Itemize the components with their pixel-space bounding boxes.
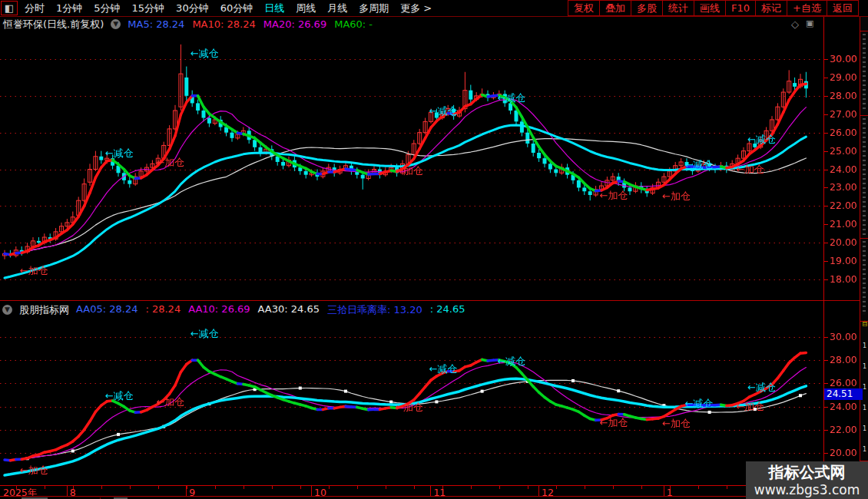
price-label: 30.00: [830, 53, 862, 64]
toolbar-button-复权[interactable]: 复权: [568, 1, 599, 15]
ma-value: MA10: 28.24: [192, 18, 255, 30]
price-label: 29.00: [830, 71, 862, 83]
panel-separator: [0, 300, 860, 301]
sidebar-digit: 1: [863, 343, 866, 349]
menu-item-月线[interactable]: 月线: [327, 2, 347, 15]
sidebar-flag-glyph: 自: [862, 321, 868, 327]
stock-title: 恒誉环保(日线.前复权): [3, 18, 104, 31]
menu-item-1分钟[interactable]: 1分钟: [56, 2, 82, 15]
indicator-value: AA30: 24.65: [258, 303, 320, 317]
indicator-price-label: 24.00: [830, 401, 862, 412]
indicator-price-label: 20.00: [830, 447, 862, 458]
watermark-title: 指标公式网: [746, 462, 868, 482]
time-axis: 2025年 891011121: [0, 485, 868, 496]
toolbar-button-统计[interactable]: 统计: [662, 1, 694, 15]
menu-item-60分钟[interactable]: 60分钟: [220, 2, 253, 15]
top-toolbar: ◧ 分时1分钟5分钟15分钟30分钟60分钟日线周线月线多周期更多 > 复权叠加…: [0, 0, 868, 17]
menu-item-5分钟[interactable]: 5分钟: [94, 2, 120, 15]
toolbar-button-F10[interactable]: F10: [725, 1, 755, 15]
toolbar-button-group: 复权叠加多股统计画线F10标记+自选返回: [568, 0, 859, 16]
price-label: 21.00: [830, 218, 862, 230]
indicator-panel-header: ▼ 股朋指标网 AA05: 28.24: 28.24AA10: 26.69AA3…: [0, 302, 822, 318]
ma-value: MA5: 28.24: [128, 18, 184, 30]
indicator-value: AA05: 28.24: [76, 303, 137, 317]
period-menu: 分时1分钟5分钟15分钟30分钟60分钟日线周线月线多周期更多 >: [25, 0, 432, 16]
menu-item-更多 >[interactable]: 更多 >: [400, 2, 432, 15]
price-label: 23.00: [830, 181, 862, 193]
indicator-value: : 24.65: [430, 303, 465, 317]
toolbar-button-多股[interactable]: 多股: [631, 1, 662, 15]
indicator-price-label: 28.00: [830, 354, 862, 365]
sidebar-digit: 1: [863, 405, 866, 411]
watermark-url: www.zbgs3.com: [746, 482, 868, 497]
right-sidebar[interactable]: 自 111111: [860, 17, 868, 499]
current-value-badge: 24.51: [824, 388, 863, 400]
menu-item-30分钟[interactable]: 30分钟: [176, 2, 209, 15]
chevron-down-icon[interactable]: ▼: [2, 305, 12, 315]
footer-strip: [0, 496, 868, 499]
menu-item-周线[interactable]: 周线: [296, 2, 316, 15]
main-panel-header: 恒誉环保(日线.前复权) ▼ MA5: 28.24MA10: 28.24MA20…: [0, 18, 822, 31]
diamond-icon[interactable]: ◇: [791, 18, 799, 30]
panel-corner-icons: ◇ ▣: [791, 18, 822, 30]
price-label: 28.00: [830, 90, 862, 101]
price-label: 27.00: [830, 108, 862, 120]
menu-item-多周期[interactable]: 多周期: [359, 2, 389, 15]
price-label: 19.00: [830, 255, 862, 266]
chevron-down-icon[interactable]: ▼: [111, 19, 121, 29]
main-candlestick-chart[interactable]: [0, 31, 823, 301]
indicator-title: 股朋指标网: [19, 303, 69, 317]
indicator-value: AA10: 26.69: [188, 303, 250, 317]
indicator-chart[interactable]: [0, 319, 823, 485]
ma-legend: MA5: 28.24MA10: 28.24MA20: 26.69MA60: -: [128, 18, 373, 30]
sidebar-digit: 1: [863, 364, 866, 370]
menu-item-15分钟[interactable]: 15分钟: [132, 2, 165, 15]
layout-window-icon[interactable]: ◧: [1, 1, 18, 15]
toolbar-button-返回[interactable]: 返回: [827, 1, 858, 15]
price-label: 18.00: [830, 273, 862, 285]
ma-value: MA60: -: [334, 18, 373, 30]
menu-item-分时[interactable]: 分时: [25, 2, 45, 15]
indicator-value: : 28.24: [145, 303, 181, 317]
window-mini-icon[interactable]: ▣: [806, 18, 813, 30]
watermark-box: 指标公式网 www.zbgs3.com: [746, 461, 868, 499]
price-label: 26.00: [830, 127, 862, 138]
toolbar-button-叠加[interactable]: 叠加: [599, 1, 631, 15]
indicator-price-label: 30.00: [830, 331, 862, 342]
indicator-value: 三拾日乖离率: 13.20: [327, 303, 422, 317]
sidebar-digit: 1: [863, 426, 866, 432]
price-label: 20.00: [830, 236, 862, 248]
toolbar-button-画线[interactable]: 画线: [694, 1, 725, 15]
price-label: 25.00: [830, 145, 862, 157]
sidebar-digit: 1: [863, 447, 866, 453]
indicator-price-label: 22.00: [830, 424, 862, 435]
ma-value: MA20: 26.69: [263, 18, 326, 30]
toolbar-button-标记[interactable]: 标记: [755, 1, 787, 15]
indicator-price-label: 26.00: [830, 377, 862, 388]
sidebar-digit: 1: [863, 385, 866, 391]
indicator-legend: AA05: 28.24: 28.24AA10: 26.69AA30: 24.65…: [76, 303, 465, 317]
menu-item-日线[interactable]: 日线: [264, 2, 284, 15]
price-label: 22.00: [830, 200, 862, 211]
price-label: 24.00: [830, 164, 862, 175]
price-axis-line: [823, 17, 824, 496]
toolbar-button-+自选[interactable]: +自选: [787, 1, 827, 15]
